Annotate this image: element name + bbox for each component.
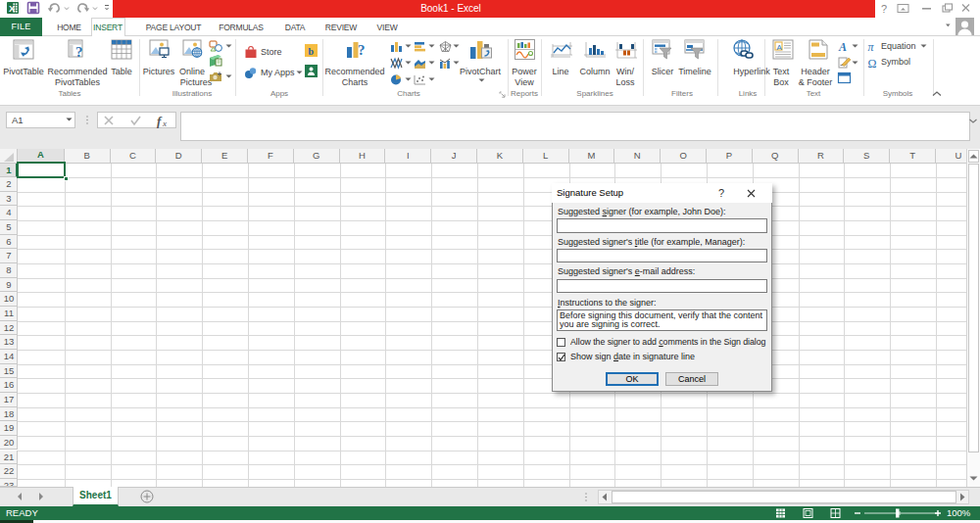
svg-text:A: A [777,43,783,52]
svg-text:x: x [162,119,167,128]
svg-text:X: X [9,3,16,14]
svg-text:b: b [309,46,315,57]
svg-text:?: ? [881,3,887,15]
svg-text:Ω: Ω [868,57,877,71]
svg-text:?: ? [75,44,83,60]
svg-text:A: A [838,40,847,54]
svg-text:?: ? [358,42,366,58]
svg-text:π: π [868,40,875,54]
